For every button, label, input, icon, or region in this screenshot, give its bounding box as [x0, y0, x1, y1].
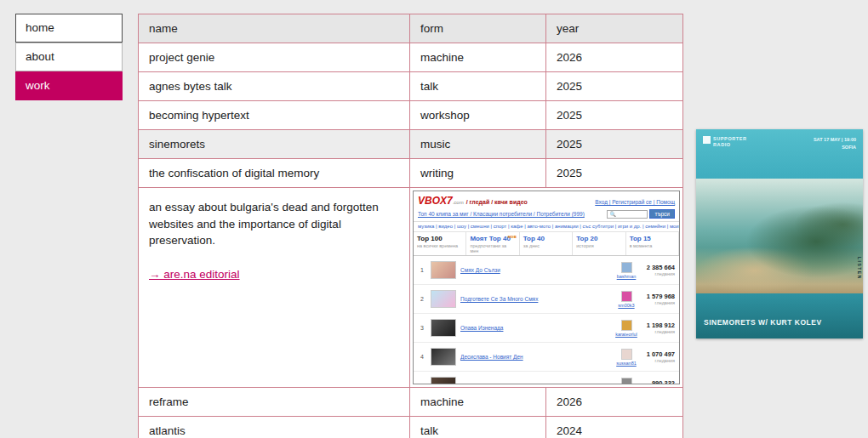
- nav-item-about[interactable]: about: [15, 43, 123, 71]
- vbox7-subheader: Топ 40 клипа за миг / Класации потребите…: [414, 208, 679, 222]
- col-header-year: year: [546, 14, 683, 43]
- event-poster[interactable]: SUPPORTER RADIO SAT 17 MAY | 19:00 SOFIA…: [696, 129, 863, 338]
- vbox7-header: VBOX7 .com / гледай / качи видео Вход | …: [414, 191, 679, 208]
- user-avatar: [621, 349, 632, 360]
- user-avatar: [621, 262, 632, 273]
- vbox7-search: 🔍 търси: [607, 209, 675, 219]
- vbox7-auth-links: Вход | Регистрирай се | Помощ: [595, 199, 675, 205]
- video-thumbnail: [431, 377, 456, 384]
- table-row[interactable]: reframe machine 2026: [139, 388, 683, 417]
- site-nav: home about work: [15, 14, 123, 100]
- vbox7-chart-row: 2 Подгответе Се За Много Смях sm00k3 1 5…: [414, 285, 679, 314]
- poster-datetime: SAT 17 MAY | 19:00 SOFIA: [814, 136, 856, 179]
- poster-side-text: LISTEN: [857, 257, 862, 280]
- vbox7-menu: музика | видео | шоу | смешни | спорт | …: [414, 222, 679, 232]
- arena-editorial-link[interactable]: → are.na editorial: [149, 268, 240, 281]
- works-table-wrap: name form year project genie machine 202…: [138, 14, 683, 438]
- table-row-highlighted[interactable]: sinemorets music 2025: [139, 130, 683, 159]
- table-header-row: name form year: [139, 14, 683, 43]
- vbox7-tab-top100: Top 100 на всички времена: [414, 232, 466, 255]
- col-header-form: form: [410, 14, 546, 43]
- radio-logo-icon: [703, 136, 711, 144]
- supporter-radio-logo: SUPPORTER RADIO: [703, 136, 749, 179]
- vbox7-header-links: / гледай / качи видео: [466, 199, 528, 205]
- table-row[interactable]: becoming hypertext workshop 2025: [139, 101, 683, 130]
- vbox7-chart-row: 1 Смях До Сълзи bashman 2 385 664 гледан…: [414, 256, 679, 285]
- expanded-detail-row: an essay about bulgaria's dead and forgo…: [139, 188, 683, 388]
- table-row[interactable]: atlantis talk 2024: [139, 417, 683, 438]
- vbox7-tab-mytop40: нов Моят Top 40 предпочитани за мен: [466, 232, 519, 255]
- poster-header: SUPPORTER RADIO SAT 17 MAY | 19:00 SOFIA: [696, 129, 863, 179]
- vbox7-chart-row: 3 Опава Изненада karateorlul 1 198 912 г…: [414, 314, 679, 343]
- poster-title: SINEMORETS W/ KURT KOLEV: [704, 318, 822, 327]
- vbox7-chart-list: 1 Смях До Сълзи bashman 2 385 664 гледан…: [414, 256, 679, 384]
- vbox7-tabs: Top 100 на всички времена нов Моят Top 4…: [414, 232, 679, 256]
- video-thumbnail: [431, 261, 456, 279]
- video-thumbnail: [431, 348, 456, 366]
- coastline-photo: [696, 179, 863, 293]
- vbox7-logo-suffix: .com: [453, 200, 464, 205]
- video-thumbnail: [431, 290, 456, 308]
- vbox7-tab-top15: Top 15 в момента: [626, 232, 679, 255]
- vbox7-logo: VBOX7: [418, 195, 453, 207]
- work-description: an essay about bulgaria's dead and forgo…: [149, 199, 389, 249]
- vbox7-chart-row: 4 Десислава - Новият Ден sussan81 1 070 …: [414, 343, 679, 372]
- nav-item-home[interactable]: home: [15, 14, 123, 43]
- table-row[interactable]: agnes bytes talk talk 2025: [139, 72, 683, 101]
- vbox7-search-button: търси: [649, 209, 675, 219]
- col-header-name: name: [139, 14, 410, 43]
- nav-item-work[interactable]: work: [15, 71, 123, 100]
- user-avatar: [621, 291, 632, 302]
- vbox7-breadcrumb: Топ 40 клипа за миг / Класации потребите…: [418, 211, 585, 217]
- works-table: name form year project genie machine 202…: [138, 14, 683, 438]
- vbox7-embed[interactable]: VBOX7 .com / гледай / качи видео Вход | …: [413, 191, 680, 384]
- vbox7-tab-top20: Top 20 история: [573, 232, 625, 255]
- user-avatar: [621, 378, 632, 385]
- search-icon: 🔍: [607, 210, 648, 219]
- table-row[interactable]: project genie machine 2026: [139, 43, 683, 72]
- vbox7-chart-row: 5 Много Смях metchoko 990 332 гледания: [414, 372, 679, 384]
- vbox7-tab-top40: Top 40 за днес: [520, 232, 573, 255]
- user-avatar: [621, 320, 632, 331]
- table-row[interactable]: the confiscation of digital memory writi…: [139, 159, 683, 188]
- video-thumbnail: [431, 319, 456, 337]
- poster-footer: SINEMORETS W/ KURT KOLEV: [696, 293, 863, 338]
